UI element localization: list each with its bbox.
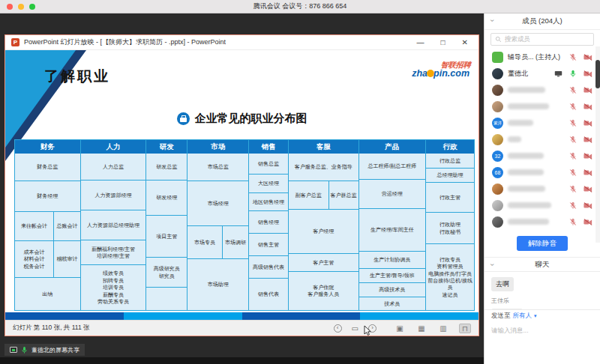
mic-muted-icon xyxy=(569,218,577,226)
powerpoint-window: P PowerPoint 幻灯片放映 - [【陕师大】求职简历 - .pptx]… xyxy=(4,34,479,336)
avatar xyxy=(492,52,503,63)
camera-off-icon xyxy=(584,54,592,61)
camera-off-icon xyxy=(584,202,592,209)
traffic-lights xyxy=(7,4,35,10)
table-cell: 销售代表 xyxy=(249,278,288,310)
mic-muted-icon xyxy=(569,169,577,177)
screen-share-icon xyxy=(10,347,17,353)
search-input[interactable]: 搜索成员 xyxy=(490,33,594,46)
slide-sorter-view-button[interactable]: ▦ xyxy=(416,324,428,333)
column-header: 客服 xyxy=(289,140,358,154)
table-cell: 大区经理 xyxy=(249,174,288,192)
chat-panel-header: › 聊天 xyxy=(484,257,600,272)
member-row[interactable] xyxy=(484,181,600,197)
briefcase-icon xyxy=(177,112,190,125)
chat-title: 聊天 xyxy=(536,260,550,270)
camera-off-icon xyxy=(584,186,592,192)
table-cell: 高级研究员 研究员 xyxy=(146,257,187,287)
member-row[interactable] xyxy=(484,197,600,213)
camera-off-icon xyxy=(584,219,592,225)
minimize-button[interactable]: — xyxy=(417,39,424,46)
mic-muted-icon xyxy=(569,53,577,61)
table-column-admin: 行政 行政总监 总经理助理 行政主管 行政助理 行政秘书 行政专员 资料管理员 … xyxy=(425,140,474,310)
member-row[interactable]: 32 xyxy=(484,148,600,164)
zoom-window-button[interactable] xyxy=(29,4,35,10)
table-cell: 营运经理 xyxy=(359,179,426,208)
table-cell: 人力资源部总经理助理 xyxy=(81,210,146,240)
table-cell: 客户服务总监、业务指导 xyxy=(289,154,358,181)
mic-muted-icon xyxy=(569,152,577,160)
member-row[interactable]: 68 xyxy=(484,164,600,181)
collapse-members-icon[interactable]: › xyxy=(488,19,496,22)
close-button[interactable]: ✕ xyxy=(462,39,468,46)
table-cell: 研发经理 xyxy=(146,180,187,214)
column-header: 销售 xyxy=(249,140,288,154)
avatar-text: 68 xyxy=(495,170,501,175)
macos-titlebar: 腾讯会议 会议号：876 866 654 xyxy=(0,0,600,13)
unmute-button[interactable]: 解除静音 xyxy=(517,236,568,251)
reading-view-button[interactable]: ▥ xyxy=(437,324,449,333)
close-window-button[interactable] xyxy=(7,4,13,10)
member-list: 辅导员... (主持人) 董德北 xyxy=(484,49,600,230)
table-cell: 生产计划协调员 xyxy=(359,251,426,268)
table-cell: 生产主管/督导/领班 xyxy=(359,268,426,282)
job-table: 财务 财务总监 财务经理 来往帐会计 成本会计 材料会计 税务会计 总账会计 稽… xyxy=(14,139,475,311)
chart-title-row: 企业常见的职业分布图 xyxy=(5,112,478,126)
member-row[interactable]: 辅导员... (主持人) xyxy=(484,49,600,65)
member-row[interactable] xyxy=(484,98,600,115)
member-row[interactable]: 紫洋 xyxy=(484,115,600,131)
previous-slide-button[interactable]: ‹ xyxy=(334,324,342,333)
table-cell: 来往帐会计 xyxy=(15,212,53,240)
member-name-blurred xyxy=(508,120,533,126)
table-cell: 总工程师/副总工程师 xyxy=(359,154,426,179)
column-header: 行政 xyxy=(426,140,474,154)
slideshow-view-button[interactable]: ⊓ xyxy=(459,324,471,333)
table-cell: 成本会计 材料会计 税务会计 xyxy=(15,240,53,277)
chat-message-list: 去啊 王佳乐 去啊 王可欣 去啊 xyxy=(484,272,600,309)
table-cell: 市场助理 xyxy=(188,258,248,310)
maximize-button[interactable]: □ xyxy=(441,39,446,46)
avatar: 68 xyxy=(492,167,503,178)
table-cell: 财务总监 xyxy=(15,154,80,181)
member-name-blurred xyxy=(508,87,545,93)
table-cell: 稽核审计 xyxy=(54,240,80,277)
member-name-blurred xyxy=(508,202,551,208)
slideshow-statusbar: 幻灯片 第 110 张, 共 111 张 ‹ ▭ › ▣ ▦ ▥ ⊓ xyxy=(5,320,478,336)
member-row[interactable]: 董德北 xyxy=(484,65,600,82)
member-row[interactable] xyxy=(484,82,600,98)
avatar xyxy=(492,183,503,195)
scrollbar-thumb[interactable] xyxy=(596,60,600,88)
mic-on-icon xyxy=(21,346,28,354)
camera-off-icon xyxy=(584,169,592,176)
table-cell: 出纳 xyxy=(15,277,80,310)
column-header: 人力 xyxy=(81,140,146,154)
table-column-sales: 销售 销售总监 大区经理 地区销售经理 销售经理 销售主管 高级销售代表 销售代… xyxy=(248,140,288,310)
table-column-service: 客服 客户服务总监、业务指导 副客户总监 客户群总监 客户经理 客户主 xyxy=(288,140,358,310)
member-row[interactable] xyxy=(484,213,600,230)
minimize-window-button[interactable] xyxy=(18,4,24,10)
sharing-screen-icon xyxy=(554,70,562,77)
zhaopin-logo-cn: 智联招聘 xyxy=(411,60,472,70)
camera-off-icon xyxy=(584,153,592,160)
camera-off-icon xyxy=(584,70,592,77)
table-column-rnd: 研发 研发总监 研发经理 项目主管 高级研究员 研究员 xyxy=(146,140,187,310)
collapse-chat-icon[interactable]: › xyxy=(488,264,496,266)
member-row[interactable] xyxy=(484,131,600,148)
chat-input[interactable]: 请输入消息... xyxy=(484,322,600,364)
powerpoint-titlebar: P PowerPoint 幻灯片放映 - [【陕师大】求职简历 - .pptx]… xyxy=(5,35,478,50)
mic-muted-icon xyxy=(569,136,577,144)
table-cell: 研发总监 xyxy=(146,154,187,180)
member-name: 董德北 xyxy=(508,69,528,79)
members-panel-header: › 成员 (204人) xyxy=(484,13,600,30)
table-cell: 生产经理/车间主任 xyxy=(359,208,426,251)
powerpoint-app-icon: P xyxy=(11,38,20,46)
table-cell: 市场总监 xyxy=(188,154,248,181)
table-column-market: 市场 市场总监 市场经理 市场专员 市场调研 市场助理 xyxy=(187,140,248,310)
mic-muted-icon xyxy=(569,86,577,94)
bottom-strip xyxy=(0,357,484,364)
send-to-dropdown[interactable]: 所有人 xyxy=(513,312,532,321)
avatar xyxy=(492,216,503,228)
annotation-pen-button[interactable]: ▭ xyxy=(352,324,358,333)
sidebar-scrollbar[interactable] xyxy=(596,46,600,243)
normal-view-button[interactable]: ▣ xyxy=(394,324,406,333)
